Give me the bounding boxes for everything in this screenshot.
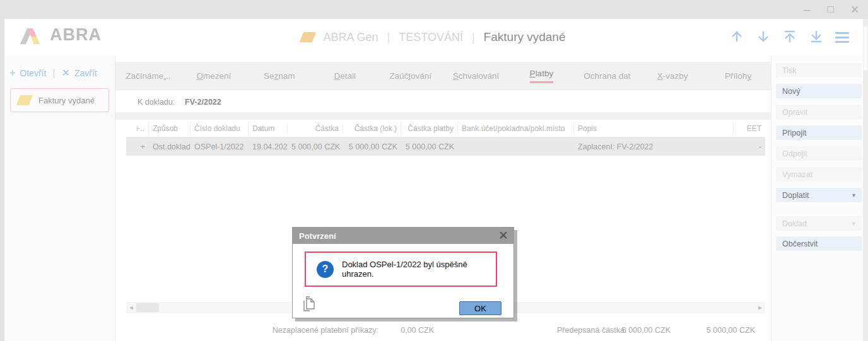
cell-datum: 19.04.2022 (249, 142, 288, 151)
unpaid-orders-label: Nezaplacené platební příkazy: (210, 326, 378, 335)
tab-schvalovani[interactable]: Schvalování (443, 71, 509, 81)
app-name: ABRA Gen (323, 31, 378, 44)
tab-seznam[interactable]: Seznam (247, 71, 312, 81)
tab-x-vazby[interactable]: X-vazby (640, 71, 705, 81)
divider (115, 112, 771, 120)
arrow-up-icon[interactable] (729, 29, 744, 44)
document-reference-bar: K dokladu: FV-2/2022 (115, 91, 771, 112)
breadcrumb-divider: | (472, 31, 475, 44)
page-title: Faktury vydané (484, 30, 566, 44)
column-header-cislo-dokladu[interactable]: Číslo dokladu (191, 123, 249, 134)
app-header: ABRA ABRA Gen | TESTOVÁNÍ | Faktury vyda… (4, 19, 863, 55)
cell-zpusob: Ost.doklad (149, 142, 191, 151)
document-reference-value: FV-2/2022 (185, 98, 221, 107)
column-header-datum[interactable]: Datum (249, 123, 288, 134)
arrow-to-bottom-icon[interactable] (809, 29, 824, 44)
refresh-button[interactable]: Občerstvit (776, 236, 862, 251)
unpaid-orders-value: 0,00 CZK (380, 326, 434, 335)
close-tab-button[interactable]: ✕ Zavřít (62, 67, 97, 79)
open-button-label: Otevřít (20, 68, 46, 78)
dialog-title: Potvrzení (299, 231, 336, 241)
table-header-row: ⊦.. Způsob Číslo dokladu Datum Částka Čá… (126, 120, 765, 137)
question-icon: ? (317, 261, 334, 278)
total-amount-value: 5 000,00 CZK (692, 326, 755, 335)
close-icon: ✕ (62, 67, 70, 79)
table-row-selected[interactable]: + Ost.doklad OSPel-1/2022 19.04.2022 5 0… (126, 137, 765, 156)
arrow-to-top-icon[interactable] (782, 29, 797, 44)
sidebar-toolbar: + Otevřít | ✕ Zavřít (9, 67, 97, 79)
ok-button[interactable]: OK (459, 301, 501, 315)
toolbar-divider: | (52, 67, 55, 79)
sidebar-item-label: Faktury vydané (38, 96, 95, 105)
delete-button: Vymazat (776, 167, 862, 182)
chevron-down-icon[interactable]: ▾ (852, 192, 855, 199)
cell-cislo-dokladu: OSPel-1/2022 (191, 142, 249, 151)
column-header-eet[interactable]: EET (734, 123, 765, 134)
plus-icon: + (9, 67, 15, 79)
edge-scrollbar-thumb[interactable] (864, 26, 867, 71)
prescribed-amount-value: 5 000,00 CZK (607, 326, 671, 335)
tab-omezeni[interactable]: Omezení (181, 71, 247, 81)
arrow-down-icon[interactable] (756, 29, 771, 44)
breadcrumb-divider: | (387, 31, 390, 44)
new-button[interactable]: Nový (776, 84, 862, 98)
copy-icon[interactable] (302, 296, 316, 312)
window-edge-scrollbar[interactable] (863, 19, 868, 341)
tab-platby[interactable]: Platby (508, 69, 574, 83)
dialog-titlebar[interactable]: Potvrzení (293, 228, 513, 244)
document-button: Doklad▾ (776, 216, 862, 231)
chevron-down-icon: ▾ (852, 220, 855, 227)
column-header-castka-platby[interactable]: Částka platby (401, 123, 458, 134)
pay-remainder-button[interactable]: Doplatit▾ (776, 188, 862, 202)
tab-ochrana-dat[interactable]: Ochrana dat (574, 71, 640, 81)
menu-icon[interactable] (835, 30, 849, 43)
module-icon (300, 32, 316, 42)
cell-eet: - (734, 142, 765, 151)
sidebar: + Otevřít | ✕ Zavřít Faktury vydané (4, 55, 115, 341)
invoice-module-icon (16, 95, 33, 105)
close-icon[interactable]: ✕ (848, 3, 862, 16)
totals-footer: Nezaplacené platební příkazy: 0,00 CZK P… (115, 321, 771, 341)
column-header-expand[interactable]: ⊦.. (126, 123, 149, 134)
open-button[interactable]: + Otevřít (9, 67, 46, 79)
cell-castka-platby: 5 000,00 CZK (401, 142, 458, 151)
tab-bar: Začínáme... Omezení Seznam Detail Zaúčto… (115, 62, 771, 90)
column-header-castka-lok[interactable]: Částka (lok.) (343, 123, 401, 134)
header-nav-icons (729, 29, 849, 44)
maximize-icon[interactable]: □ (824, 3, 838, 16)
edit-button: Opravit (776, 105, 862, 119)
cell-castka: 5 000,00 CZK (288, 142, 343, 151)
environment-name: TESTOVÁNÍ (399, 31, 463, 44)
tab-prilohy[interactable]: Přílohy (705, 71, 771, 81)
print-button: Tisk (776, 63, 862, 78)
scrollbar-thumb[interactable] (136, 303, 159, 312)
column-header-castka[interactable]: Částka (288, 123, 343, 134)
tab-zaciname[interactable]: Začínáme... (115, 71, 181, 81)
tab-detail[interactable]: Detail (312, 71, 378, 81)
document-reference-label: K dokladu: (138, 98, 175, 107)
row-expand-icon[interactable]: + (126, 142, 149, 151)
action-panel: Tisk Nový Opravit Připojit Odpojit Vymaz… (771, 55, 863, 341)
minimize-icon[interactable]: – (800, 6, 814, 13)
column-header-popis[interactable]: Popis (574, 123, 734, 134)
os-titlebar: – □ ✕ (0, 0, 868, 19)
scroll-right-icon[interactable]: ► (755, 302, 765, 313)
confirmation-dialog: Potvrzení ✕ ? Doklad OSPel-1/2022 byl ús… (292, 227, 514, 318)
column-header-zpusob[interactable]: Způsob (149, 123, 191, 134)
sidebar-item-faktury-vydane[interactable]: Faktury vydané (10, 88, 109, 112)
dialog-close-icon[interactable]: ✕ (498, 228, 508, 243)
attach-button[interactable]: Připojit (776, 125, 862, 140)
close-button-label: Zavřít (74, 68, 97, 78)
window-controls: – □ ✕ (800, 0, 862, 19)
cell-popis: Zaplacení: FV-2/2022 (574, 142, 734, 151)
scroll-left-icon[interactable]: ◄ (126, 302, 136, 313)
column-header-bank-ucet[interactable]: Bank.účet/pokladna/pokl.místo (458, 123, 574, 134)
payments-table: ⊦.. Způsob Číslo dokladu Datum Částka Čá… (126, 120, 765, 156)
detach-button: Odpojit (776, 146, 862, 161)
cell-castka-lok: 5 000,00 CZK (343, 142, 401, 151)
tab-zauctovani[interactable]: Zaúčtování (378, 71, 443, 81)
dialog-message: Doklad OSPel-1/2022 byl úspěšně uhrazen. (342, 260, 496, 279)
dialog-message-box: ? Doklad OSPel-1/2022 byl úspěšně uhraze… (305, 251, 497, 287)
